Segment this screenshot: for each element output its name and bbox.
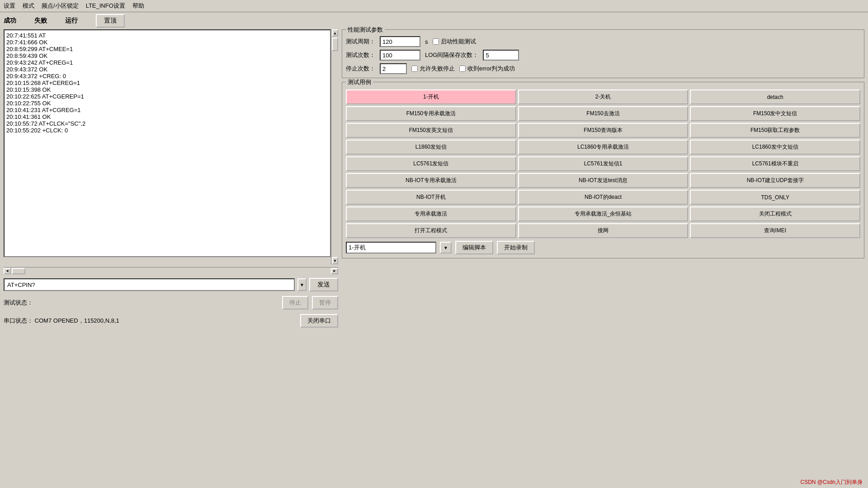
error-success-checkbox[interactable] xyxy=(459,66,466,72)
send-button[interactable]: 发送 xyxy=(309,278,338,291)
test-case-button[interactable]: 查询IMEI xyxy=(690,223,860,238)
test-case-button[interactable]: LC5761模块不重启 xyxy=(690,156,860,171)
test-case-button[interactable]: 关闭工程模式 xyxy=(690,206,860,221)
error-success-wrap: 收到error判为成功 xyxy=(459,65,515,73)
command-input-row: ▼ 发送 xyxy=(4,278,338,291)
menu-settings[interactable]: 设置 xyxy=(4,2,15,10)
scenario-input[interactable] xyxy=(346,242,436,253)
scroll-up-arrow[interactable]: ▲ xyxy=(332,29,338,37)
scenario-dropdown-button[interactable]: ▼ xyxy=(440,242,452,253)
success-status: 成功 xyxy=(4,17,16,25)
test-case-button[interactable]: FM150获取工程参数 xyxy=(690,123,860,138)
test-case-button[interactable]: 搜网 xyxy=(518,223,689,238)
cmd-dropdown-button[interactable]: ▼ xyxy=(297,278,307,291)
close-port-button[interactable]: 关闭串口 xyxy=(300,314,338,328)
stop-count-input[interactable] xyxy=(380,63,407,74)
test-case-button[interactable]: LC1860发中文短信 xyxy=(690,140,860,155)
test-cases-grid: 1-开机2-关机detachFM150专用承载激活FM150去激活FM150发中… xyxy=(346,89,860,238)
test-case-button[interactable]: L1860发短信 xyxy=(346,140,516,155)
test-case-button[interactable]: 专用承载激活_余恒基站 xyxy=(518,206,689,221)
log-line: 20:10:22:755 OK xyxy=(6,100,328,107)
log-interval-label: LOG间隔保存次数： xyxy=(425,51,478,59)
log-line: 20:7:41:666 OK xyxy=(6,39,328,46)
allow-fail-checkbox[interactable] xyxy=(411,66,418,72)
test-case-button[interactable]: FM150发中文短信 xyxy=(690,106,860,121)
perf-params-group: 性能测试参数 测试周期： s 启动性能测试 测试次数： LOG间隔保存次数： xyxy=(342,29,864,78)
log-interval-input[interactable] xyxy=(483,50,519,61)
scroll-thumb[interactable] xyxy=(332,38,338,51)
log-line: 20:10:55:72 AT+CLCK="SC",2 xyxy=(6,120,328,127)
test-case-button[interactable]: NB-IOT发送test消息 xyxy=(518,173,689,188)
log-line: 20:10:15:268 AT+CEREG=1 xyxy=(6,80,328,86)
start-perf-check-wrap: 启动性能测试 xyxy=(433,38,476,46)
log-line: 20:8:59:439 OK xyxy=(6,52,328,59)
log-line: 20:10:55:202 +CLCK: 0 xyxy=(6,127,328,134)
test-case-button[interactable]: LC1860专用承载激活 xyxy=(518,140,689,155)
test-case-button[interactable]: NB-IOT建立UDP套接字 xyxy=(690,173,860,188)
log-line: 20:7:41:551 AT xyxy=(6,32,328,39)
pin-button[interactable]: 置顶 xyxy=(96,14,125,28)
test-case-button[interactable]: TDS_ONLY xyxy=(690,190,860,205)
test-case-button[interactable]: NB-IOT的deact xyxy=(518,190,689,205)
main-container: 20:7:41:551 AT20:7:41:666 OK20:8:59:299 … xyxy=(0,28,868,479)
log-display-area: 20:7:41:551 AT20:7:41:666 OK20:8:59:299 … xyxy=(4,29,331,257)
menu-help[interactable]: 帮助 xyxy=(132,2,144,10)
footer-watermark: CSDN @Csdn入门到单身 xyxy=(795,477,868,488)
watermark-text: CSDN @Csdn入门到单身 xyxy=(800,479,863,485)
test-case-button[interactable]: LC5761发短信 xyxy=(346,156,516,171)
log-line: 20:10:22:625 AT+CGEREP=1 xyxy=(6,93,328,100)
test-case-button[interactable]: 1-开机 xyxy=(346,89,516,104)
test-cases-group: 测试用例 1-开机2-关机detachFM150专用承载激活FM150去激活FM… xyxy=(342,82,864,258)
bottom-row: ▼ 编辑脚本 开始录制 xyxy=(346,241,860,254)
port-status-row: 串口状态： COM7 OPENED，115200,N,8,1 关闭串口 xyxy=(4,314,338,328)
start-record-button[interactable]: 开始录制 xyxy=(497,241,535,254)
pause-button[interactable]: 暂停 xyxy=(312,296,338,310)
count-input[interactable] xyxy=(380,50,420,61)
scroll-left-arrow[interactable]: ◄ xyxy=(4,268,11,274)
perf-count-row: 测试次数： LOG间隔保存次数： xyxy=(346,50,860,61)
test-case-button[interactable]: FM150发英文短信 xyxy=(346,123,516,138)
start-perf-checkbox[interactable] xyxy=(433,38,439,45)
menu-mode[interactable]: 模式 xyxy=(23,2,34,10)
log-line: 20:9:43:372 OK xyxy=(6,66,328,73)
log-line: 20:8:59:299 AT+CMEE=1 xyxy=(6,46,328,52)
perf-cycle-row: 测试周期： s 启动性能测试 xyxy=(346,36,860,47)
test-case-button[interactable]: NB-IOT专用承载激活 xyxy=(346,173,516,188)
test-case-button[interactable]: 专用承载激活 xyxy=(346,206,516,221)
test-case-button[interactable]: detach xyxy=(690,89,860,104)
test-case-button[interactable]: 2-关机 xyxy=(518,89,689,104)
test-case-button[interactable]: 打开工程模式 xyxy=(346,223,516,238)
cycle-unit: s xyxy=(425,38,428,45)
running-status: 运行 xyxy=(65,17,78,25)
scroll-down-arrow[interactable]: ▼ xyxy=(332,257,338,264)
log-line: 20:9:43:242 AT+CREG=1 xyxy=(6,59,328,66)
test-case-button[interactable]: FM150去激活 xyxy=(518,106,689,121)
left-panel: 20:7:41:551 AT20:7:41:666 OK20:8:59:299 … xyxy=(4,29,338,478)
test-status-row: 测试状态： 停止 暂停 xyxy=(4,296,338,310)
scroll-h-thumb[interactable] xyxy=(12,268,25,274)
test-case-button[interactable]: LC5761发短信1 xyxy=(518,156,689,171)
horizontal-scrollbar[interactable]: ◄ ► xyxy=(4,267,338,274)
log-line: 20:10:41:361 OK xyxy=(6,113,328,120)
count-label: 测试次数： xyxy=(346,51,375,59)
menu-bar: 设置 模式 频点/小区锁定 LTE_INFO设置 帮助 xyxy=(0,0,868,12)
test-case-button[interactable]: NB-IOT开机 xyxy=(346,190,516,205)
menu-freq-lock[interactable]: 频点/小区锁定 xyxy=(42,2,79,10)
stop-count-label: 停止次数： xyxy=(346,65,375,73)
allow-fail-wrap: 允许失败停止 xyxy=(411,65,455,73)
log-line: 20:10:41:231 AT+CGREG=1 xyxy=(6,107,328,113)
stop-button[interactable]: 停止 xyxy=(282,296,308,310)
menu-lte-info[interactable]: LTE_INFO设置 xyxy=(86,2,125,10)
port-status-label: 串口状态： COM7 OPENED，115200,N,8,1 xyxy=(4,317,119,325)
test-case-button[interactable]: FM150查询版本 xyxy=(518,123,689,138)
test-case-button[interactable]: FM150专用承载激活 xyxy=(346,106,516,121)
scroll-right-arrow[interactable]: ► xyxy=(331,268,338,274)
edit-script-button[interactable]: 编辑脚本 xyxy=(455,241,493,254)
vertical-scrollbar[interactable]: ▲ ▼ xyxy=(331,29,338,264)
allow-fail-label: 允许失败停止 xyxy=(420,65,455,73)
status-bar: 成功 失败 运行 置顶 xyxy=(0,12,868,28)
log-wrapper: 20:7:41:551 AT20:7:41:666 OK20:8:59:299 … xyxy=(4,29,338,264)
command-input[interactable] xyxy=(4,278,295,291)
perf-params-title: 性能测试参数 xyxy=(346,26,385,34)
cycle-input[interactable] xyxy=(380,36,420,47)
